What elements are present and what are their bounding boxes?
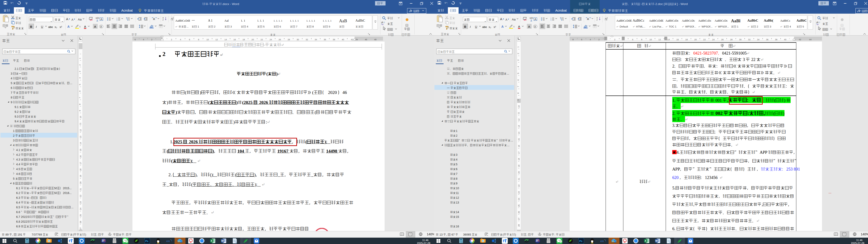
svg-text:文: 文 bbox=[530, 19, 532, 22]
svg-text:A: A bbox=[162, 17, 164, 19]
svg-text:A: A bbox=[596, 17, 598, 19]
svg-text:W: W bbox=[221, 239, 224, 242]
svg-text:X: X bbox=[211, 239, 213, 242]
svg-text:3.: 3. bbox=[551, 20, 552, 21]
svg-text:文: 文 bbox=[96, 19, 98, 22]
svg-text:ab: ab bbox=[381, 22, 383, 23]
svg-text:ac: ac bbox=[382, 24, 384, 25]
svg-text:wén: wén bbox=[96, 17, 99, 19]
svg-text:Ps: Ps bbox=[580, 240, 582, 242]
svg-text:xin: xin bbox=[166, 239, 170, 243]
svg-text:Ps: Ps bbox=[146, 240, 148, 242]
svg-text:wén: wén bbox=[530, 17, 533, 19]
svg-text:Z: Z bbox=[162, 19, 164, 21]
svg-text:?: ? bbox=[111, 234, 112, 236]
svg-text:?: ? bbox=[540, 234, 541, 236]
svg-text:A: A bbox=[153, 18, 155, 21]
svg-text:K: K bbox=[102, 240, 104, 242]
svg-text:K: K bbox=[536, 240, 538, 242]
svg-text:▾: ▾ bbox=[513, 26, 515, 28]
svg-text:Z: Z bbox=[596, 19, 598, 21]
svg-text:ab: ab bbox=[816, 22, 818, 23]
svg-text:▾: ▾ bbox=[79, 26, 81, 28]
svg-text:ac: ac bbox=[817, 24, 819, 25]
svg-text:xin: xin bbox=[600, 239, 604, 243]
svg-text:3.: 3. bbox=[117, 20, 118, 21]
svg-text:W: W bbox=[655, 239, 658, 242]
svg-text:X: X bbox=[645, 239, 647, 242]
svg-text:A: A bbox=[587, 18, 589, 21]
